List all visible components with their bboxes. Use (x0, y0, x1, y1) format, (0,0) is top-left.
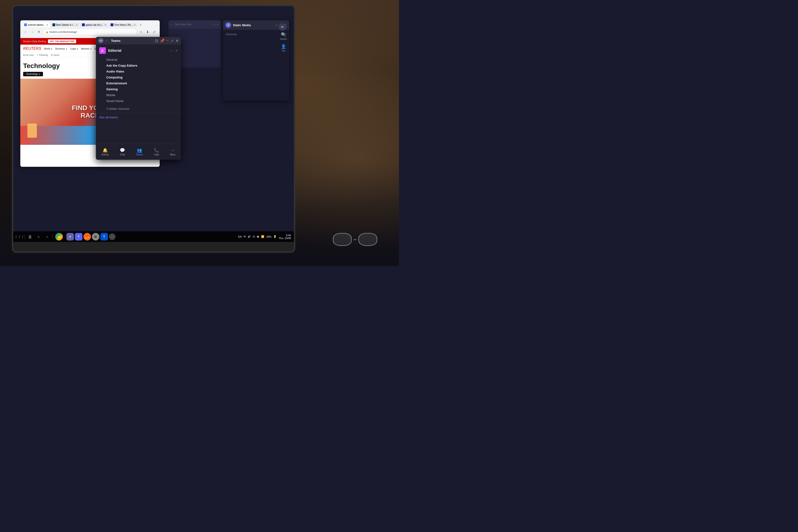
back-icon-2[interactable]: ← (171, 23, 173, 26)
message-icon[interactable]: ✉ (244, 235, 246, 238)
recent-apps-button[interactable]: ||| (27, 233, 33, 240)
browser2-chrome: ← Tech News | Re... − □ ✕ (169, 20, 221, 28)
teams-label: Teams (136, 153, 143, 156)
back-icon-teams[interactable]: ← (106, 39, 108, 42)
pip-icon[interactable]: ⊡ (155, 38, 158, 43)
see-all-teams-link[interactable]: See all teams (96, 113, 181, 121)
channel-entertainment[interactable]: Entertainment (106, 80, 178, 86)
nav-more[interactable]: ··· More (167, 147, 178, 157)
separator-2 (52, 234, 53, 239)
settings-app-icon[interactable]: ⚙ (92, 233, 99, 241)
forward-button[interactable]: → (30, 29, 35, 35)
window-controls: ⊡ 📌 − ⤢ ✕ (155, 38, 178, 43)
nav-chat[interactable]: 💬 Chat (117, 146, 128, 157)
lightning-icon: ⚡ (227, 23, 230, 27)
channel-audio-video[interactable]: Audio Video (106, 69, 178, 74)
tab-tech-news[interactable]: Tech News | Re... ✕ (109, 22, 137, 27)
channel-mobile[interactable]: Mobile (106, 92, 178, 98)
newsletter-button[interactable]: GET THE NEWSLETTER (48, 39, 76, 43)
close-tab-button[interactable]: ✕ (36, 29, 42, 35)
my-view-link[interactable]: ⊞ My View (23, 54, 34, 56)
more-apps-button[interactable]: ··· (109, 233, 115, 240)
tab-close-best[interactable]: ✕ (76, 24, 78, 26)
glasses (333, 228, 380, 252)
address-bar[interactable]: 🔒 reuters.com/technology/ (43, 29, 137, 35)
expand-teams[interactable]: ⤢ (171, 38, 174, 43)
tab-close-galaxy[interactable]: ✕ (104, 24, 106, 26)
back-nav-button[interactable]: ‹ (44, 233, 50, 240)
browser2-title: Tech News | Re... (175, 23, 193, 26)
pin-icon[interactable]: 📌 (160, 38, 165, 43)
fullscreen-button[interactable]: ⤢ (152, 29, 157, 35)
more-label: More (170, 153, 175, 156)
home-button[interactable]: ○ (35, 233, 42, 240)
following-link[interactable]: ⚬ Following (36, 54, 48, 56)
channel-general[interactable]: General (106, 57, 178, 63)
wifi-icon[interactable]: 📶 (261, 235, 264, 238)
tab-label-tech: Tech News | Re... (114, 24, 133, 26)
tab-close-tech[interactable]: ✕ (134, 24, 136, 26)
editorial-header[interactable]: E Editorial ⋯ ∧ (96, 44, 181, 57)
nav-calls[interactable]: 📞 Calls (151, 146, 162, 157)
calls-icon: 📞 (154, 148, 159, 153)
keyboard-area (13, 242, 294, 251)
teams-avatar: NS (98, 38, 103, 43)
slack-app-icon[interactable]: # (66, 233, 74, 241)
you-btn-panel[interactable]: 👤 You (280, 44, 287, 52)
system-date: Thu, 23/06 (279, 237, 291, 240)
search-btn-panel[interactable]: 🔍 Search (280, 32, 287, 40)
channel-gaming[interactable]: Gaming (106, 86, 178, 92)
nav-business[interactable]: Business ∨ (55, 48, 67, 50)
nav-legal[interactable]: Legal ∨ (70, 48, 78, 50)
nav-teams[interactable]: 👥 Teams (133, 146, 146, 157)
battery-icon: 🔋 (273, 235, 277, 238)
collapse-icon[interactable]: ∧ (175, 49, 178, 52)
editorial-more-icon[interactable]: ⋯ (169, 49, 173, 53)
maximize-2[interactable]: □ (214, 23, 215, 26)
tab-galaxy[interactable]: galaxy tab s8 s... ✕ (80, 22, 108, 27)
right-panel-actions: 🔍 Search 👤 You (280, 32, 287, 52)
back-button[interactable]: ← (23, 29, 28, 35)
grid-nav-button[interactable]: ⋮⋮⋮ (16, 233, 23, 240)
sm-minimize[interactable]: − (275, 23, 277, 27)
close-2[interactable]: ✕ (217, 23, 219, 26)
browser-omnibar: ← → ✕ 🔒 reuters.com/technology/ ☆ ⬇ ⤢ (22, 29, 158, 35)
tab-android-tablets[interactable]: android tablets... ✕ (22, 22, 50, 27)
nav-world[interactable]: World ∨ (44, 48, 53, 50)
minimize-2[interactable]: − (211, 23, 213, 26)
trello-app-icon[interactable]: T (100, 233, 108, 241)
display-icon[interactable]: ⊡ (253, 235, 255, 238)
system-status: EN ✉ 🔊 ⊡ ◉ 📶 20% 🔋 (238, 235, 277, 238)
saved-link[interactable]: ⊟ Saved (51, 54, 59, 56)
teams-icon: 👥 (137, 148, 142, 153)
download-button[interactable]: ⬇ (145, 29, 150, 35)
hidden-channels-link[interactable]: 2 hidden channels (96, 106, 181, 112)
system-time-date: 9:40 Thu, 23/06 (279, 234, 291, 240)
calls-label: Calls (154, 153, 159, 156)
tab-label-galaxy: galaxy tab s8 s... (86, 24, 103, 26)
channel-computing[interactable]: Computing (106, 74, 178, 80)
channel-smart-home[interactable]: Smart Home (106, 98, 178, 104)
lock-icon: 🔒 (45, 31, 49, 33)
teams-titlebar: NS ← Teams ⊡ 📌 − ⤢ ✕ (96, 37, 181, 44)
category-dropdown[interactable]: Technology ∨ (23, 72, 43, 76)
minimize-teams[interactable]: − (167, 38, 169, 43)
tab-close-android[interactable]: ✕ (46, 24, 48, 26)
nav-activity[interactable]: 🔔 Activity (98, 146, 112, 157)
tab-label-best: Best Tablets in I... (56, 24, 75, 26)
compose-button[interactable]: ✏ (279, 23, 286, 31)
editorial-section: E Editorial ⋯ ∧ General Ask the Copy Edi… (96, 44, 181, 112)
close-teams[interactable]: ✕ (175, 38, 178, 43)
bookmark-button[interactable]: ☆ (138, 29, 144, 35)
new-tab-button[interactable]: + (138, 22, 143, 27)
firefox-app-icon[interactable]: 🦊 (83, 233, 91, 241)
teams-app-icon[interactable]: T (75, 233, 82, 241)
system-bar: ⋮⋮⋮ ||| ○ ‹ ● | # T 🦊 (13, 231, 294, 242)
channel-copy-editors[interactable]: Ask the Copy Editors (106, 63, 178, 69)
tab-icon-docs (24, 23, 27, 26)
chat-label: Chat (120, 153, 125, 156)
tab-best-tablets[interactable]: Best Tablets in I... ✕ (51, 22, 80, 27)
volume-icon[interactable]: 🔊 (248, 235, 251, 238)
nav-markets[interactable]: Markets ∨ (81, 48, 92, 50)
chrome-app-icon[interactable]: ● (55, 233, 63, 241)
